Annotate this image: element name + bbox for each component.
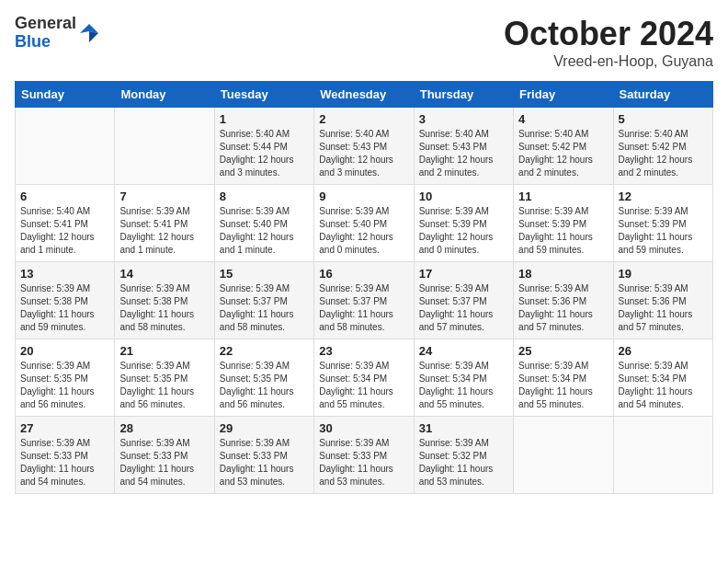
day-info: Sunrise: 5:39 AM Sunset: 5:34 PM Dayligh… bbox=[518, 360, 608, 411]
day-number: 11 bbox=[518, 190, 608, 203]
day-info: Sunrise: 5:39 AM Sunset: 5:41 PM Dayligh… bbox=[119, 205, 209, 257]
calendar-day-cell: 27Sunrise: 5:39 AM Sunset: 5:33 PM Dayli… bbox=[16, 417, 115, 494]
day-number: 25 bbox=[518, 344, 608, 358]
day-number: 22 bbox=[220, 344, 309, 358]
weekday-header: Wednesday bbox=[314, 82, 414, 108]
day-info: Sunrise: 5:40 AM Sunset: 5:43 PM Dayligh… bbox=[319, 128, 408, 179]
day-number: 18 bbox=[518, 267, 608, 281]
calendar-day-cell: 30Sunrise: 5:39 AM Sunset: 5:33 PM Dayli… bbox=[314, 417, 414, 494]
calendar-day-cell: 7Sunrise: 5:39 AM Sunset: 5:41 PM Daylig… bbox=[115, 185, 214, 262]
day-info: Sunrise: 5:39 AM Sunset: 5:32 PM Dayligh… bbox=[419, 437, 508, 488]
day-number: 16 bbox=[319, 267, 408, 281]
day-info: Sunrise: 5:39 AM Sunset: 5:33 PM Dayligh… bbox=[119, 437, 209, 488]
calendar-day-cell: 13Sunrise: 5:39 AM Sunset: 5:38 PM Dayli… bbox=[16, 262, 115, 339]
calendar-day-cell: 28Sunrise: 5:39 AM Sunset: 5:33 PM Dayli… bbox=[115, 417, 214, 494]
day-number: 12 bbox=[619, 190, 708, 203]
weekday-header: Thursday bbox=[414, 82, 513, 108]
day-info: Sunrise: 5:39 AM Sunset: 5:35 PM Dayligh… bbox=[20, 360, 109, 411]
weekday-header: Monday bbox=[115, 82, 214, 108]
month-title: October 2024 bbox=[504, 15, 713, 53]
day-info: Sunrise: 5:39 AM Sunset: 5:39 PM Dayligh… bbox=[518, 205, 608, 257]
day-info: Sunrise: 5:39 AM Sunset: 5:39 PM Dayligh… bbox=[619, 205, 708, 257]
calendar-day-cell: 29Sunrise: 5:39 AM Sunset: 5:33 PM Dayli… bbox=[214, 417, 313, 494]
day-info: Sunrise: 5:40 AM Sunset: 5:42 PM Dayligh… bbox=[518, 128, 608, 179]
weekday-header: Saturday bbox=[613, 82, 712, 108]
calendar-body: 1Sunrise: 5:40 AM Sunset: 5:44 PM Daylig… bbox=[16, 108, 713, 494]
calendar-day-cell: 14Sunrise: 5:39 AM Sunset: 5:38 PM Dayli… bbox=[115, 262, 214, 339]
calendar-day-cell: 15Sunrise: 5:39 AM Sunset: 5:37 PM Dayli… bbox=[214, 262, 313, 339]
day-number: 1 bbox=[220, 112, 309, 126]
day-number: 5 bbox=[619, 112, 708, 126]
weekday-header: Friday bbox=[514, 82, 613, 108]
calendar-day-cell: 26Sunrise: 5:39 AM Sunset: 5:34 PM Dayli… bbox=[613, 339, 712, 417]
calendar-day-cell: 6Sunrise: 5:40 AM Sunset: 5:41 PM Daylig… bbox=[16, 185, 115, 262]
calendar-day-cell bbox=[16, 108, 115, 185]
calendar-day-cell: 25Sunrise: 5:39 AM Sunset: 5:34 PM Dayli… bbox=[514, 339, 613, 417]
day-info: Sunrise: 5:39 AM Sunset: 5:40 PM Dayligh… bbox=[319, 205, 408, 257]
day-number: 14 bbox=[119, 267, 209, 281]
day-info: Sunrise: 5:39 AM Sunset: 5:34 PM Dayligh… bbox=[619, 360, 708, 411]
day-number: 21 bbox=[119, 344, 209, 358]
location-subtitle: Vreed-en-Hoop, Guyana bbox=[504, 53, 713, 70]
day-info: Sunrise: 5:39 AM Sunset: 5:36 PM Dayligh… bbox=[518, 282, 608, 334]
day-info: Sunrise: 5:39 AM Sunset: 5:39 PM Dayligh… bbox=[419, 205, 508, 257]
calendar-day-cell: 5Sunrise: 5:40 AM Sunset: 5:42 PM Daylig… bbox=[613, 108, 712, 185]
calendar-day-cell: 20Sunrise: 5:39 AM Sunset: 5:35 PM Dayli… bbox=[16, 339, 115, 417]
calendar-day-cell: 11Sunrise: 5:39 AM Sunset: 5:39 PM Dayli… bbox=[514, 185, 613, 262]
day-number: 9 bbox=[319, 190, 408, 203]
weekday-header: Sunday bbox=[16, 82, 115, 108]
day-number: 8 bbox=[220, 190, 309, 203]
day-info: Sunrise: 5:39 AM Sunset: 5:33 PM Dayligh… bbox=[220, 437, 309, 488]
calendar-week-row: 27Sunrise: 5:39 AM Sunset: 5:33 PM Dayli… bbox=[16, 417, 713, 494]
day-number: 6 bbox=[20, 190, 109, 203]
calendar-day-cell: 4Sunrise: 5:40 AM Sunset: 5:42 PM Daylig… bbox=[514, 108, 613, 185]
day-number: 17 bbox=[419, 267, 508, 281]
logo-text: General Blue bbox=[15, 15, 76, 52]
logo-blue: Blue bbox=[15, 33, 76, 52]
calendar-week-row: 13Sunrise: 5:39 AM Sunset: 5:38 PM Dayli… bbox=[16, 262, 713, 339]
day-number: 28 bbox=[119, 421, 209, 435]
calendar-day-cell: 9Sunrise: 5:39 AM Sunset: 5:40 PM Daylig… bbox=[314, 185, 414, 262]
day-info: Sunrise: 5:40 AM Sunset: 5:42 PM Dayligh… bbox=[619, 128, 708, 179]
calendar-header: SundayMondayTuesdayWednesdayThursdayFrid… bbox=[16, 82, 713, 108]
day-info: Sunrise: 5:39 AM Sunset: 5:34 PM Dayligh… bbox=[319, 360, 408, 411]
day-info: Sunrise: 5:39 AM Sunset: 5:33 PM Dayligh… bbox=[20, 437, 109, 488]
day-number: 2 bbox=[319, 112, 408, 126]
day-info: Sunrise: 5:39 AM Sunset: 5:37 PM Dayligh… bbox=[319, 282, 408, 334]
day-number: 23 bbox=[319, 344, 408, 358]
calendar-week-row: 1Sunrise: 5:40 AM Sunset: 5:44 PM Daylig… bbox=[16, 108, 713, 185]
calendar-day-cell: 23Sunrise: 5:39 AM Sunset: 5:34 PM Dayli… bbox=[314, 339, 414, 417]
day-number: 26 bbox=[619, 344, 708, 358]
calendar-day-cell: 8Sunrise: 5:39 AM Sunset: 5:40 PM Daylig… bbox=[214, 185, 313, 262]
day-number: 19 bbox=[619, 267, 708, 281]
day-number: 4 bbox=[518, 112, 608, 126]
day-info: Sunrise: 5:39 AM Sunset: 5:36 PM Dayligh… bbox=[619, 282, 708, 334]
day-info: Sunrise: 5:39 AM Sunset: 5:40 PM Dayligh… bbox=[220, 205, 309, 257]
day-info: Sunrise: 5:39 AM Sunset: 5:37 PM Dayligh… bbox=[419, 282, 508, 334]
day-info: Sunrise: 5:39 AM Sunset: 5:35 PM Dayligh… bbox=[220, 360, 309, 411]
calendar-day-cell: 1Sunrise: 5:40 AM Sunset: 5:44 PM Daylig… bbox=[214, 108, 313, 185]
day-info: Sunrise: 5:40 AM Sunset: 5:41 PM Dayligh… bbox=[20, 205, 109, 257]
day-info: Sunrise: 5:40 AM Sunset: 5:43 PM Dayligh… bbox=[419, 128, 508, 179]
day-info: Sunrise: 5:39 AM Sunset: 5:33 PM Dayligh… bbox=[319, 437, 408, 488]
title-block: October 2024 Vreed-en-Hoop, Guyana bbox=[504, 15, 713, 70]
calendar-day-cell: 24Sunrise: 5:39 AM Sunset: 5:34 PM Dayli… bbox=[414, 339, 513, 417]
day-info: Sunrise: 5:40 AM Sunset: 5:44 PM Dayligh… bbox=[220, 128, 309, 179]
day-number: 20 bbox=[20, 344, 109, 358]
day-info: Sunrise: 5:39 AM Sunset: 5:38 PM Dayligh… bbox=[119, 282, 209, 334]
calendar-day-cell bbox=[613, 417, 712, 494]
day-number: 15 bbox=[220, 267, 309, 281]
day-info: Sunrise: 5:39 AM Sunset: 5:35 PM Dayligh… bbox=[119, 360, 209, 411]
calendar-day-cell bbox=[115, 108, 214, 185]
calendar-day-cell: 22Sunrise: 5:39 AM Sunset: 5:35 PM Dayli… bbox=[214, 339, 313, 417]
calendar-day-cell: 12Sunrise: 5:39 AM Sunset: 5:39 PM Dayli… bbox=[613, 185, 712, 262]
calendar-week-row: 20Sunrise: 5:39 AM Sunset: 5:35 PM Dayli… bbox=[16, 339, 713, 417]
calendar-day-cell: 18Sunrise: 5:39 AM Sunset: 5:36 PM Dayli… bbox=[514, 262, 613, 339]
calendar-day-cell: 19Sunrise: 5:39 AM Sunset: 5:36 PM Dayli… bbox=[613, 262, 712, 339]
day-number: 24 bbox=[419, 344, 508, 358]
svg-marker-1 bbox=[89, 31, 98, 42]
day-number: 27 bbox=[20, 421, 109, 435]
calendar-day-cell: 2Sunrise: 5:40 AM Sunset: 5:43 PM Daylig… bbox=[314, 108, 414, 185]
calendar-table: SundayMondayTuesdayWednesdayThursdayFrid… bbox=[15, 81, 713, 494]
day-info: Sunrise: 5:39 AM Sunset: 5:38 PM Dayligh… bbox=[20, 282, 109, 334]
